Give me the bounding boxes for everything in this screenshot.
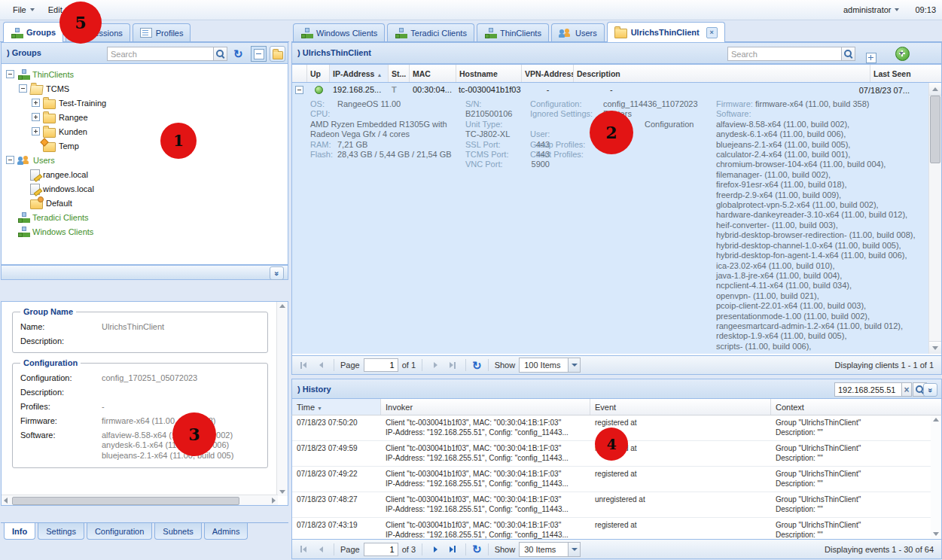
scrollbar-thumb[interactable] [12, 497, 239, 505]
column-header-up[interactable]: Up [307, 65, 330, 82]
select-dropdown-button[interactable] [568, 543, 580, 556]
search-button[interactable] [213, 47, 227, 61]
scroll-down-icon[interactable] [933, 532, 939, 536]
details-tab[interactable]: Subnets [154, 523, 201, 540]
column-header-last-seen[interactable]: Last Seen [870, 65, 941, 82]
last-page-button[interactable] [446, 543, 459, 556]
page-input[interactable] [364, 543, 398, 556]
tree-item[interactable]: windows.local [2, 181, 288, 196]
scroll-left-icon[interactable] [4, 498, 8, 504]
tab-label: Users [575, 29, 597, 38]
scroll-down-button[interactable] [929, 341, 941, 354]
main-tab[interactable]: Teradici Clients [387, 23, 474, 41]
page-input[interactable] [364, 358, 398, 372]
next-page-button[interactable] [428, 543, 442, 556]
tree-item[interactable]: Default [2, 196, 288, 210]
close-icon[interactable] [706, 27, 718, 38]
clear-icon [904, 385, 909, 395]
history-vertical-scrollbar[interactable] [931, 415, 941, 538]
column-header-vpn[interactable]: VPN-Address [522, 65, 574, 82]
tree-item[interactable]: ThinClients [2, 67, 288, 81]
main-tab[interactable]: UlrichsThinClient [607, 22, 725, 42]
history-row[interactable]: 07/18/23 07:43:19 Client "tc-0030041b1f0… [292, 518, 941, 539]
refresh-icon[interactable] [233, 48, 243, 59]
column-header-mac[interactable]: MAC [410, 65, 456, 82]
tree-item[interactable]: Teradici Clients [2, 210, 288, 224]
tree-expander[interactable] [32, 127, 40, 135]
column-header-event[interactable]: Event [590, 399, 771, 415]
tcms-app-window: File Edit administrator 09:13 Groups Ses… [0, 0, 942, 560]
menu-file[interactable]: File [6, 2, 41, 17]
column-header-status[interactable]: St... [389, 65, 410, 82]
collapse-all-button[interactable] [251, 46, 267, 62]
user-menu[interactable]: administrator [837, 2, 907, 17]
page-size-select[interactable]: 30 Items [519, 542, 581, 557]
collapse-history-button[interactable] [923, 383, 937, 397]
clear-search-button[interactable] [901, 382, 912, 397]
add-menu-chevron-icon[interactable] [899, 52, 904, 55]
tree-expander[interactable] [6, 70, 14, 78]
scroll-up-icon[interactable] [933, 418, 939, 422]
tree-item[interactable]: Test-Training [2, 96, 288, 110]
row-collapse-icon[interactable] [295, 86, 303, 94]
group-search-input[interactable] [107, 47, 214, 61]
details-vertical-scrollbar[interactable] [276, 302, 288, 496]
scrollbar-thumb[interactable] [930, 96, 940, 163]
last-page-button[interactable] [446, 358, 459, 372]
first-page-button[interactable] [297, 543, 310, 556]
refresh-icon[interactable] [472, 543, 482, 555]
scroll-right-icon[interactable] [272, 498, 276, 504]
refresh-icon[interactable] [472, 360, 482, 371]
left-tab[interactable]: Profiles [133, 23, 191, 41]
details-horizontal-scrollbar[interactable] [2, 495, 278, 505]
next-page-button[interactable] [428, 358, 442, 372]
tree-item[interactable]: Kunden [2, 124, 288, 138]
tree-expander[interactable] [32, 113, 40, 121]
tree-expander[interactable] [32, 99, 40, 107]
column-header-ip[interactable]: IP-Address [330, 65, 389, 82]
column-header-context[interactable]: Context [771, 399, 941, 415]
tab-label: Subnets [163, 527, 193, 536]
scroll-up-icon[interactable] [279, 304, 285, 308]
scroll-down-icon[interactable] [279, 490, 285, 494]
collapsed-panel-bar[interactable] [1, 265, 288, 280]
left-tab[interactable]: Groups [3, 22, 63, 42]
page-size-select[interactable]: 100 Items [519, 358, 581, 373]
client-search-input[interactable] [727, 47, 842, 61]
scroll-up-button[interactable] [929, 83, 941, 96]
column-header-hostname[interactable]: Hostname [456, 65, 522, 82]
prev-page-button[interactable] [314, 358, 328, 372]
history-search-input[interactable] [834, 382, 902, 397]
details-tab[interactable]: Admins [204, 523, 248, 540]
main-tab[interactable]: ThinClients [477, 23, 549, 41]
history-row[interactable]: 07/18/23 07:49:22 Client "tc-0030041b1f0… [292, 467, 941, 492]
tree-expander[interactable] [19, 84, 27, 93]
column-header-description[interactable]: Description [574, 65, 870, 82]
details-tab[interactable]: Settings [38, 523, 84, 540]
expand-all-icon[interactable] [866, 53, 876, 63]
prev-page-button[interactable] [314, 543, 328, 556]
events-count-status: Displaying events 1 - 30 of 64 [825, 545, 937, 554]
tree-item[interactable]: TCMS [2, 81, 288, 96]
column-header-invoker[interactable]: Invoker [381, 399, 590, 415]
expand-panel-button[interactable] [270, 266, 284, 280]
history-row[interactable]: 07/18/23 07:48:27 Client "tc-0030041b1f0… [292, 492, 941, 518]
software-item: alfaview-8.58-x64 (11.00, build 002), [716, 120, 925, 129]
main-tab[interactable]: Users [551, 23, 605, 41]
first-page-button[interactable] [297, 358, 310, 372]
tree-item[interactable]: Windows Clients [2, 224, 288, 239]
manage-folders-button[interactable] [270, 46, 285, 62]
details-tab[interactable]: Configuration [87, 523, 152, 540]
column-header-time[interactable]: Time [292, 399, 381, 415]
tree-item[interactable]: Temp [2, 138, 288, 153]
client-row[interactable]: 192.168.25... T 00:30:04... tc-0030041b1… [292, 83, 929, 96]
grid-vertical-scrollbar[interactable] [928, 83, 941, 354]
search-button[interactable] [841, 47, 855, 61]
select-dropdown-button[interactable] [568, 358, 580, 372]
tree-expander[interactable] [6, 156, 14, 164]
main-tab[interactable]: Windows Clients [293, 23, 385, 41]
tree-item[interactable]: rangee.local [2, 167, 288, 181]
details-tab[interactable]: Info [4, 523, 35, 540]
tree-item[interactable]: Users [2, 153, 288, 167]
tree-item[interactable]: Rangee [2, 110, 288, 124]
